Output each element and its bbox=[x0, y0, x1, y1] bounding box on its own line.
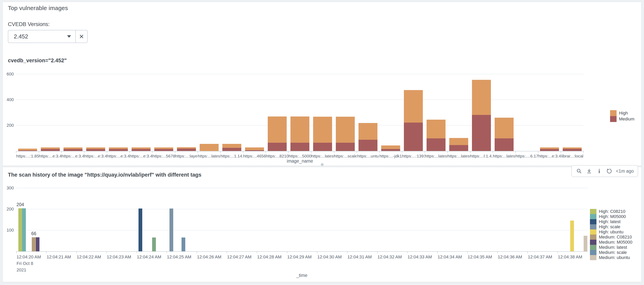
bar-segment-medium[interactable] bbox=[563, 149, 582, 151]
bar-segment-medium[interactable] bbox=[313, 143, 332, 151]
bar-segment-medium[interactable] bbox=[404, 123, 423, 151]
legend-item[interactable]: High: C08210 bbox=[590, 209, 632, 214]
bar-segment-medium[interactable] bbox=[177, 149, 196, 151]
stacked-bar[interactable] bbox=[64, 147, 82, 151]
bar-segment-high[interactable] bbox=[336, 117, 355, 143]
legend-item[interactable]: Medium: latest bbox=[590, 245, 632, 250]
scan-bar[interactable] bbox=[182, 238, 185, 251]
bar-segment-medium[interactable] bbox=[154, 149, 173, 151]
bar-segment-medium[interactable] bbox=[495, 138, 514, 151]
stacked-bar[interactable] bbox=[154, 147, 173, 151]
bar-segment-high[interactable] bbox=[245, 147, 264, 150]
scan-bar[interactable] bbox=[36, 237, 40, 251]
bar-segment-medium[interactable] bbox=[472, 115, 491, 151]
scan-bar[interactable] bbox=[170, 209, 173, 251]
chevron-down-icon[interactable] bbox=[67, 30, 75, 42]
bar-segment-high[interactable] bbox=[200, 144, 218, 151]
bar-segment-high[interactable] bbox=[426, 120, 446, 138]
bar-segment-high[interactable] bbox=[290, 116, 309, 143]
bar-segment-medium[interactable] bbox=[41, 149, 60, 151]
legend-item[interactable]: Medium: C08210 bbox=[590, 235, 632, 240]
cvedb-version-dropdown[interactable]: 2.452 ✕ bbox=[8, 30, 88, 43]
stacked-bar[interactable] bbox=[495, 118, 514, 151]
legend-item[interactable]: High: M05000 bbox=[590, 214, 632, 219]
refresh-icon[interactable] bbox=[606, 168, 613, 174]
stacked-bar[interactable] bbox=[200, 144, 218, 151]
bar-segment-high[interactable] bbox=[64, 147, 82, 149]
bar-segment-high[interactable] bbox=[449, 138, 468, 145]
bar-segment-high[interactable] bbox=[404, 90, 423, 122]
stacked-bar[interactable] bbox=[381, 145, 400, 151]
bar-segment-high[interactable] bbox=[540, 147, 559, 149]
clear-filter-button[interactable]: ✕ bbox=[76, 30, 87, 42]
stacked-bar[interactable] bbox=[472, 80, 491, 151]
stacked-bar[interactable] bbox=[222, 144, 241, 151]
bar-segment-medium[interactable] bbox=[18, 150, 37, 151]
stacked-bar[interactable] bbox=[449, 138, 468, 151]
bar-segment-high[interactable] bbox=[86, 147, 105, 149]
legend-item[interactable]: High: latest bbox=[590, 219, 632, 224]
bar-segment-high[interactable] bbox=[381, 145, 400, 149]
legend-item[interactable]: High: ubuntu bbox=[590, 229, 632, 235]
bar-segment-high[interactable] bbox=[18, 149, 37, 150]
stacked-bar[interactable] bbox=[313, 117, 332, 151]
scan-bar[interactable] bbox=[18, 208, 22, 251]
bar-segment-medium[interactable] bbox=[426, 138, 446, 151]
scan-bar[interactable] bbox=[32, 237, 36, 251]
stacked-bar[interactable] bbox=[404, 90, 423, 151]
legend-item[interactable]: High: scale bbox=[590, 224, 632, 229]
bar-segment-medium[interactable] bbox=[64, 149, 82, 151]
bar-segment-medium[interactable] bbox=[336, 143, 355, 151]
bar-segment-high[interactable] bbox=[109, 147, 128, 149]
bar-segment-medium[interactable] bbox=[109, 149, 128, 151]
bar-segment-medium[interactable] bbox=[132, 149, 150, 151]
bar-segment-high[interactable] bbox=[222, 144, 241, 148]
bar-segment-medium[interactable] bbox=[268, 143, 287, 151]
panel-resize-handle[interactable] bbox=[321, 163, 324, 166]
bar-segment-high[interactable] bbox=[313, 117, 332, 143]
stacked-bar[interactable] bbox=[18, 149, 37, 151]
bar-segment-medium[interactable] bbox=[222, 148, 241, 151]
bar-segment-high[interactable] bbox=[268, 116, 287, 143]
scan-bar[interactable] bbox=[22, 208, 26, 251]
scan-bar[interactable] bbox=[152, 238, 156, 251]
bar-segment-medium[interactable] bbox=[540, 149, 559, 151]
stacked-bar[interactable] bbox=[268, 116, 287, 151]
bar-segment-high[interactable] bbox=[472, 80, 491, 115]
scan-bar[interactable] bbox=[138, 209, 142, 251]
legend-item[interactable]: Medium bbox=[610, 116, 634, 122]
download-icon[interactable] bbox=[586, 168, 592, 174]
bar-segment-medium[interactable] bbox=[86, 149, 105, 151]
bar-segment-high[interactable] bbox=[495, 118, 514, 138]
stacked-bar[interactable] bbox=[245, 147, 264, 151]
legend-item[interactable]: Medium: ubuntu bbox=[590, 255, 632, 260]
scan-bar[interactable] bbox=[570, 221, 574, 251]
bar-segment-medium[interactable] bbox=[449, 145, 468, 151]
bar-segment-high[interactable] bbox=[154, 147, 173, 149]
info-icon[interactable]: i bbox=[596, 168, 602, 174]
search-icon[interactable] bbox=[576, 168, 582, 174]
legend-item[interactable]: Medium: M05000 bbox=[590, 240, 632, 245]
legend-item[interactable]: Medium: scale bbox=[590, 250, 632, 255]
stacked-bar[interactable] bbox=[358, 123, 378, 151]
bar-segment-medium[interactable] bbox=[290, 143, 309, 151]
stacked-bar[interactable] bbox=[426, 120, 446, 151]
stacked-bar[interactable] bbox=[290, 116, 309, 151]
bar-segment-high[interactable] bbox=[132, 147, 150, 149]
stacked-bar[interactable] bbox=[563, 147, 582, 151]
legend-item[interactable]: High bbox=[610, 110, 634, 116]
stacked-bar[interactable] bbox=[540, 147, 559, 151]
stacked-bar[interactable] bbox=[41, 147, 60, 151]
bar-segment-high[interactable] bbox=[41, 147, 60, 149]
stacked-bar[interactable] bbox=[336, 117, 355, 151]
stacked-bar[interactable] bbox=[86, 147, 105, 151]
bar-segment-medium[interactable] bbox=[381, 149, 400, 151]
stacked-bar[interactable] bbox=[177, 147, 196, 151]
stacked-bar[interactable] bbox=[109, 147, 128, 151]
bar-segment-medium[interactable] bbox=[245, 150, 264, 151]
bar-segment-medium[interactable] bbox=[358, 140, 378, 151]
bar-segment-high[interactable] bbox=[177, 147, 196, 149]
bar-segment-high[interactable] bbox=[358, 123, 378, 140]
scan-bar[interactable] bbox=[584, 236, 587, 251]
stacked-bar[interactable] bbox=[132, 147, 150, 151]
